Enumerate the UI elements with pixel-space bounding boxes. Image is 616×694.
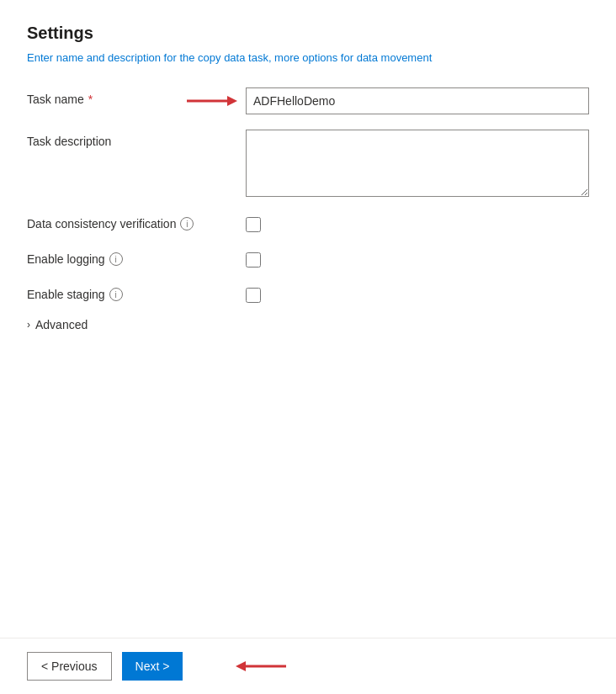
subtitle: Enter name and description for the copy … bbox=[27, 51, 589, 64]
enable-staging-checkbox-wrap bbox=[246, 283, 261, 303]
page-title: Settings bbox=[27, 24, 589, 43]
enable-staging-checkbox[interactable] bbox=[246, 288, 261, 303]
data-consistency-row: Data consistency verification i bbox=[27, 212, 589, 232]
data-consistency-info-icon[interactable]: i bbox=[180, 217, 194, 230]
previous-button-label: < Previous bbox=[41, 660, 98, 673]
previous-button[interactable]: < Previous bbox=[27, 652, 112, 681]
enable-staging-row: Enable staging i bbox=[27, 283, 589, 303]
enable-staging-label: Enable staging i bbox=[27, 283, 246, 301]
task-name-input[interactable] bbox=[246, 87, 589, 114]
advanced-section[interactable]: › Advanced bbox=[27, 318, 589, 331]
enable-logging-label: Enable logging i bbox=[27, 247, 246, 266]
required-indicator: * bbox=[88, 93, 93, 106]
arrow-indicator bbox=[187, 91, 237, 111]
data-consistency-checkbox[interactable] bbox=[246, 217, 261, 232]
enable-logging-info-icon[interactable]: i bbox=[109, 252, 123, 266]
task-name-row: Task name * bbox=[27, 87, 589, 114]
main-content: Settings Enter name and description for … bbox=[0, 0, 616, 638]
svg-marker-3 bbox=[236, 661, 246, 671]
enable-staging-info-icon[interactable]: i bbox=[109, 288, 123, 301]
data-consistency-checkbox-wrap bbox=[246, 212, 261, 232]
footer-arrow-indicator bbox=[236, 656, 286, 676]
next-button-label: Next > bbox=[135, 660, 170, 673]
task-description-label: Task description bbox=[27, 130, 246, 148]
task-description-control-wrap bbox=[246, 130, 589, 197]
next-button[interactable]: Next > bbox=[122, 652, 183, 681]
advanced-label: Advanced bbox=[35, 318, 88, 331]
task-name-control-wrap bbox=[246, 87, 589, 114]
task-description-input[interactable] bbox=[246, 130, 589, 197]
footer: < Previous Next > bbox=[0, 638, 616, 694]
enable-logging-checkbox[interactable] bbox=[246, 252, 261, 268]
chevron-right-icon: › bbox=[27, 319, 30, 331]
enable-logging-checkbox-wrap bbox=[246, 247, 261, 268]
task-description-row: Task description bbox=[27, 130, 589, 197]
data-consistency-label: Data consistency verification i bbox=[27, 212, 246, 230]
svg-marker-1 bbox=[227, 96, 237, 106]
enable-logging-row: Enable logging i bbox=[27, 247, 589, 268]
